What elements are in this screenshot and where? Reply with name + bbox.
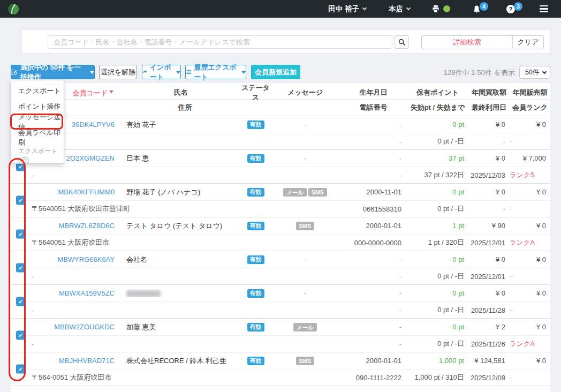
member-code-link[interactable]: MBRWZL6Z8D6C [30, 222, 121, 230]
column-header-message[interactable]: メッセージ [270, 88, 340, 97]
address: 〒5640051 大阪府吹田市豊津町 [30, 204, 340, 214]
points-value: 0 pt [407, 289, 468, 297]
annual-buy-value: ¥ 124,581 [468, 357, 510, 365]
expire-points: 0 pt / -日 [407, 272, 468, 281]
member-sub-line: - - 0 pt / -日 2025/11/28 - [11, 302, 550, 318]
table-header-row-2: 住所 電話番号 失効pt / 失効まで 最終利用日 会員ランク [11, 100, 550, 116]
row-checkbox[interactable]: ✔ [16, 196, 25, 205]
check-icon: ✔ [18, 198, 22, 203]
annual-sell-value: ¥ 0 [510, 255, 550, 263]
caret-down-icon [176, 71, 180, 76]
clear-button[interactable]: クリア [513, 36, 543, 49]
row-checkbox[interactable]: ✔ [16, 230, 25, 239]
last-used-date: 2025/12/01 [468, 273, 510, 281]
history-export-button[interactable]: 履歴エクスポート [185, 65, 246, 79]
member-name: 日本 恵 [121, 154, 241, 163]
column-header-expire[interactable]: 失効pt / 失効まで [407, 103, 468, 112]
member-sub-line: 〒564-0051 大阪府吹田市 090-1111-2222 1,000 pt … [11, 370, 550, 386]
menu-item-action[interactable]: エクスポート (旧) [11, 149, 64, 162]
page-size-select[interactable]: 50件 [519, 66, 550, 79]
member-code-link[interactable]: MBJHHVBAD71C [30, 357, 121, 365]
notifications[interactable]: 4 [473, 5, 481, 13]
row-checkbox[interactable]: ✔ [16, 331, 25, 340]
expire-points: 37 pt / 322日 [407, 170, 468, 180]
last-used-date: - [468, 138, 510, 146]
points-value: 1 pt [407, 222, 468, 230]
status-cell: 有効 [241, 322, 270, 331]
annual-buy-value: ¥ 0 [468, 255, 510, 263]
row-checkbox[interactable]: ✔ [16, 263, 25, 273]
status-badge: 有効 [247, 222, 264, 230]
message-cell: SMS [270, 357, 340, 365]
column-header-status[interactable]: ステータス [241, 83, 270, 102]
member-name: 加藤 恵美 [121, 322, 241, 332]
notification-badge: 4 [480, 2, 488, 11]
column-header-annual-buy[interactable]: 年間買取額 [468, 88, 510, 97]
points-value: 0 pt [407, 255, 468, 263]
row-checkbox[interactable]: ✔ [16, 365, 25, 374]
column-header-last-used[interactable]: 最終利用日 [468, 103, 510, 112]
sort-desc-icon [109, 91, 113, 95]
column-header-address[interactable]: 住所 [30, 103, 340, 112]
member-code-link[interactable]: MBK40KFFUMM0 [30, 188, 121, 196]
status-cell: 有効 [241, 221, 270, 230]
search-input[interactable] [48, 35, 392, 49]
bulk-action-button[interactable]: 選択中の 50件 を一括操作 [11, 65, 95, 79]
member-name [121, 289, 241, 297]
address: - [30, 340, 340, 348]
member-sub-line: - - 37 pt / 322日 2025/12/03 ランクS [11, 167, 550, 183]
help[interactable]: ? 3 [506, 5, 515, 13]
app-logo-icon[interactable] [7, 3, 19, 15]
status-badge: 有効 [247, 120, 264, 129]
menu-item-action[interactable]: 会員ラベル印刷 [11, 130, 64, 145]
menu-item-action[interactable]: エクスポート [11, 83, 64, 99]
chevron-down-icon [542, 69, 547, 73]
column-header-annual-sell[interactable]: 年間販売額 [510, 88, 550, 97]
annual-sell-value: ¥ 7,000 [510, 154, 550, 162]
search-button[interactable] [395, 35, 409, 49]
status-badge: 有効 [247, 323, 264, 331]
member-code-link[interactable]: MBBW2ZOUGKDC [30, 323, 121, 331]
phone: 090-1111-2222 [340, 374, 407, 382]
member-rank: ランクA [510, 238, 550, 247]
member-main-line: MBRWZL6Z8D6C テスト タロウ (テスト タロウ) 有効 SMS 20… [11, 217, 550, 235]
column-header-phone[interactable]: 電話番号 [340, 103, 407, 112]
magnifier-icon [398, 39, 406, 46]
import-button[interactable]: インポート [142, 65, 181, 79]
status-cell: 有効 [241, 187, 270, 197]
hamburger-menu-icon[interactable] [540, 5, 548, 13]
member-main-line: 36DK4LPYV6 有効 花子 有効 - - 0 pt ¥ 0 ¥ 0 [11, 116, 550, 133]
message-cell: SMS [270, 222, 340, 230]
member-code-link[interactable]: MBWYRG66K6AY [30, 255, 121, 263]
status-badge: 有効 [247, 289, 264, 298]
column-header-birthday[interactable]: 生年月日 [340, 88, 407, 97]
deselect-button[interactable]: 選択を解除 [99, 65, 137, 79]
member-main-line: MBJHHVBAD71C 株式会社RECORE / 鈴木 利己亜 有効 SMS … [11, 352, 550, 370]
address: - [30, 273, 340, 281]
column-header-name[interactable]: 氏名 [121, 88, 241, 97]
message-cell: メール [270, 323, 340, 331]
column-header-points[interactable]: 保有ポイント [407, 88, 468, 97]
birth-date: - [340, 255, 407, 263]
last-used-date: 2025/11/28 [468, 306, 510, 314]
member-management-page: 田中 裕子 本店 4 ? 3 [0, 0, 561, 392]
check-icon: ✔ [18, 299, 22, 304]
phone: - [340, 306, 407, 314]
birth-date: - [340, 289, 407, 297]
member-code-link[interactable]: MBWXA159V5ZC [30, 289, 121, 297]
printer-status[interactable] [431, 5, 450, 13]
row-checkbox[interactable]: ✔ [16, 297, 25, 306]
user-menu[interactable]: 田中 裕子 [328, 4, 366, 14]
edit-icon [11, 69, 17, 76]
add-member-button[interactable]: 会員新規追加 [251, 65, 300, 79]
check-icon: ✔ [18, 231, 22, 237]
annual-sell-value: ¥ 0 [510, 222, 550, 230]
message-cell: - [270, 255, 340, 263]
column-header-rank[interactable]: 会員ランク [510, 103, 550, 112]
message-channel-badge: メール [293, 323, 317, 331]
advanced-search-button[interactable]: 詳細検索 [422, 36, 513, 49]
store-menu[interactable]: 本店 [389, 4, 410, 14]
annual-buy-value: ¥ 90 [468, 222, 510, 230]
member-rank: ランクA [510, 340, 550, 349]
member-rank: - [510, 306, 550, 314]
